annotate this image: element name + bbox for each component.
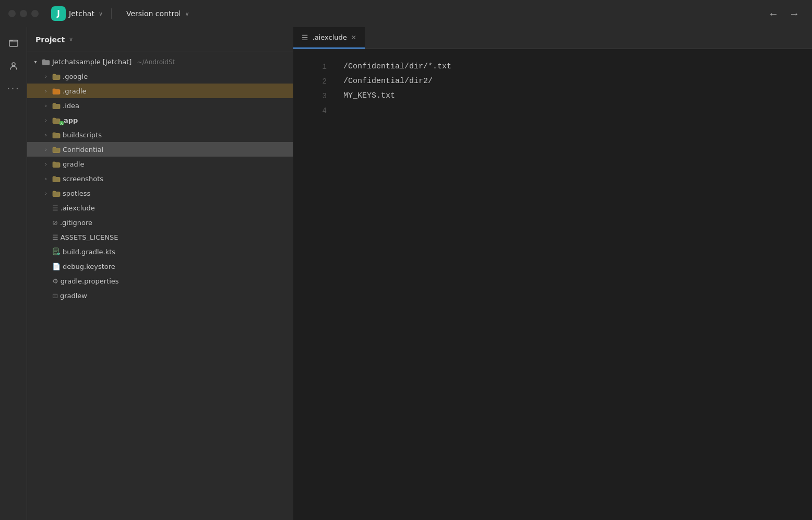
code-line-4 — [343, 103, 812, 118]
spotless-label: spotless — [63, 190, 289, 197]
screenshots-folder-icon — [52, 174, 61, 183]
gradleprops-file-icon: ⚙ — [52, 277, 58, 285]
assets-file-icon: ☰ — [52, 233, 58, 241]
screenshots-chevron: › — [42, 176, 50, 182]
line-num-1: 1 — [293, 60, 327, 74]
project-header[interactable]: Project ∨ — [27, 27, 293, 52]
code-area[interactable]: /Confidential/dir/*.txt /Confidential/di… — [335, 49, 812, 520]
google-folder-icon — [52, 72, 61, 80]
buildgradle-file-icon — [52, 247, 61, 256]
vc-chevron: ∨ — [185, 10, 189, 17]
editor-tabs: ☰ .aiexclude ✕ — [293, 27, 812, 49]
buildscripts-folder-icon — [52, 131, 61, 139]
tree-item-gradleprops[interactable]: › ⚙ gradle.properties — [27, 274, 293, 288]
root-chevron: ▾ — [31, 59, 40, 65]
app-name: Jetchat — [69, 9, 94, 18]
debug-file-icon: 📄 — [52, 263, 61, 270]
confidential-chevron: › — [42, 147, 50, 152]
tab-hamburger-icon: ☰ — [302, 33, 308, 42]
icon-sidebar: ··· — [0, 27, 27, 520]
tree-item-gradle[interactable]: › gradle — [27, 157, 293, 171]
svg-point-4 — [57, 252, 60, 255]
tree-item-screenshots[interactable]: › screenshots — [27, 171, 293, 186]
tree-root[interactable]: ▾ Jetchatsample [Jetchat] ~/AndroidSt — [27, 54, 293, 69]
google-chevron: › — [42, 74, 50, 79]
code-line-1: /Confidential/dir/*.txt — [343, 60, 812, 74]
gradleprops-label: gradle.properties — [61, 277, 289, 285]
project-chevron: ∨ — [69, 36, 73, 43]
project-tree: ▾ Jetchatsample [Jetchat] ~/AndroidSt › — [27, 52, 293, 520]
tree-item-confidential[interactable]: › Confidential — [27, 142, 293, 157]
tree-item-gitignore[interactable]: › ⊘ .gitignore — [27, 215, 293, 230]
gradle-chevron: › — [42, 161, 50, 167]
app-folder-icon: A — [52, 116, 62, 124]
svg-point-2 — [12, 63, 15, 66]
buildscripts-chevron: › — [42, 132, 50, 138]
idea-label: .idea — [63, 102, 289, 110]
aiexclude-file-icon: ☰ — [52, 204, 58, 212]
project-panel: Project ∨ ▾ Jetchatsample [Jetchat] ~/An… — [27, 27, 293, 520]
root-folder-icon — [42, 57, 50, 66]
screenshots-label: screenshots — [63, 175, 289, 183]
line-numbers: 1 2 3 4 — [293, 49, 335, 520]
app-chevron-icon: › — [42, 117, 50, 123]
app-icon: J — [51, 6, 66, 21]
tab-close-button[interactable]: ✕ — [351, 34, 356, 41]
tree-item-gradlew[interactable]: › ⊡ gradlew — [27, 288, 293, 303]
tree-item-buildgradle[interactable]: › build.gradle.kts — [27, 244, 293, 259]
tree-item-app[interactable]: › A app — [27, 113, 293, 127]
sidebar-icon-more[interactable]: ··· — [4, 79, 23, 98]
app-switcher[interactable]: J Jetchat ∨ — [51, 6, 103, 21]
more-dots-icon: ··· — [7, 82, 20, 95]
tree-item-gradle-hidden[interactable]: › .gradle — [27, 84, 293, 98]
sidebar-icon-project[interactable] — [4, 33, 23, 52]
tree-item-buildscripts[interactable]: › buildscripts — [27, 127, 293, 142]
titlebar-separator — [111, 8, 112, 19]
editor-tab-aiexclude[interactable]: ☰ .aiexclude ✕ — [293, 27, 365, 49]
aiexclude-label: .aiexclude — [61, 204, 289, 212]
tree-item-idea[interactable]: › .idea — [27, 98, 293, 113]
spotless-chevron: › — [42, 191, 50, 196]
code-line-3: MY_KEYS.txt — [343, 89, 812, 103]
tree-item-debug[interactable]: › 📄 debug.keystore — [27, 259, 293, 274]
tree-item-aiexclude[interactable]: › ☰ .aiexclude — [27, 200, 293, 215]
tree-item-google[interactable]: › .google — [27, 69, 293, 84]
buildgradle-label: build.gradle.kts — [63, 248, 289, 256]
tree-item-assets[interactable]: › ☰ ASSETS_LICENSE — [27, 230, 293, 244]
gradle-label: gradle — [63, 160, 289, 168]
editor-area: ☰ .aiexclude ✕ 1 2 3 4 /Confidential/dir… — [293, 27, 812, 520]
gradle-hidden-folder-icon — [52, 87, 61, 95]
editor-content[interactable]: 1 2 3 4 /Confidential/dir/*.txt /Confide… — [293, 49, 812, 520]
maximize-button[interactable] — [31, 10, 39, 17]
idea-chevron: › — [42, 103, 50, 109]
forward-button[interactable]: → — [785, 6, 804, 21]
assets-label: ASSETS_LICENSE — [61, 233, 289, 241]
version-control-label: Version control — [126, 9, 181, 18]
confidential-label: Confidential — [63, 146, 289, 153]
minimize-button[interactable] — [20, 10, 27, 17]
gradle-hidden-chevron: › — [42, 88, 50, 94]
version-control-switcher[interactable]: Version control ∨ — [126, 9, 189, 18]
tab-label: .aiexclude — [313, 33, 347, 41]
confidential-folder-icon — [52, 145, 61, 153]
gradle-hidden-label: .gradle — [63, 87, 289, 95]
traffic-lights — [8, 10, 39, 17]
debug-label: debug.keystore — [63, 263, 289, 270]
gradlew-label: gradlew — [60, 292, 289, 300]
main-layout: ··· Project ∨ ▾ Jetchatsample [Jetchat] … — [0, 27, 812, 520]
gradlew-file-icon: ⊡ — [52, 292, 58, 300]
gitignore-label: .gitignore — [60, 219, 289, 227]
gradle-folder-icon — [52, 160, 61, 168]
close-button[interactable] — [8, 10, 16, 17]
line-num-2: 2 — [293, 74, 327, 89]
app-label: app — [64, 116, 289, 124]
idea-folder-icon — [52, 101, 61, 110]
back-button[interactable]: ← — [764, 6, 783, 21]
sidebar-icon-people[interactable] — [4, 56, 23, 75]
project-title: Project — [35, 36, 65, 44]
line-num-3: 3 — [293, 89, 327, 103]
line-num-4: 4 — [293, 103, 327, 118]
gitignore-file-icon: ⊘ — [52, 219, 58, 227]
app-chevron: ∨ — [99, 10, 103, 17]
tree-item-spotless[interactable]: › spotless — [27, 186, 293, 200]
